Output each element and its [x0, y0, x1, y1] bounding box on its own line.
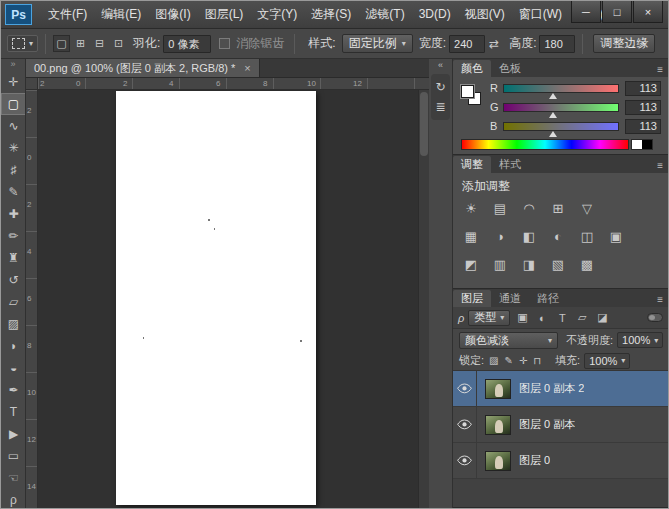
gradient-map-icon[interactable]: ▧: [548, 255, 568, 273]
curves-icon[interactable]: ◠: [519, 199, 539, 217]
lock-transparent-pixels-icon[interactable]: ▨: [489, 355, 498, 366]
layer-row[interactable]: 图层 0 副本: [453, 407, 669, 443]
color-spectrum-ramp[interactable]: [461, 139, 629, 150]
intersect-selection-icon[interactable]: ⊡: [110, 35, 127, 52]
levels-icon[interactable]: ▤: [490, 199, 510, 217]
subtract-selection-icon[interactable]: ⊟: [91, 35, 108, 52]
color-balance-icon[interactable]: ◑: [490, 227, 510, 245]
refine-edge-button[interactable]: 调整边缘: [593, 34, 655, 53]
menu-3d[interactable]: 3D(D): [412, 1, 458, 28]
height-input[interactable]: 180: [539, 35, 575, 53]
threshold-icon[interactable]: ◨: [519, 255, 539, 273]
filter-pixel-layers-icon[interactable]: ▣: [514, 311, 530, 324]
filter-shape-layers-icon[interactable]: ▱: [574, 311, 590, 324]
feather-input[interactable]: 0 像素: [163, 35, 211, 53]
selective-color-icon[interactable]: ▩: [577, 255, 597, 273]
lasso-tool[interactable]: ∿: [1, 115, 26, 137]
opacity-input[interactable]: 100% ▾: [617, 332, 663, 348]
brightness-contrast-icon[interactable]: ☀: [461, 199, 481, 217]
menu-edit[interactable]: 编辑(E): [94, 1, 148, 28]
path-selection-tool[interactable]: ▶: [1, 423, 26, 445]
posterize-icon[interactable]: ▥: [490, 255, 510, 273]
vibrance-icon[interactable]: ▽: [577, 199, 597, 217]
visibility-eye-icon[interactable]: [453, 371, 477, 406]
menu-layer[interactable]: 图层(L): [198, 1, 251, 28]
layer-row[interactable]: 图层 0: [453, 443, 669, 479]
tab-adjustments[interactable]: 调整: [453, 156, 491, 173]
type-tool[interactable]: T: [1, 401, 26, 423]
zoom-tool[interactable]: ρ: [1, 489, 26, 508]
crop-tool[interactable]: ♯: [1, 159, 26, 181]
width-input[interactable]: 240: [449, 35, 485, 53]
move-tool[interactable]: ✛: [1, 71, 26, 93]
close-button[interactable]: ×: [633, 1, 663, 23]
swap-dimensions-icon[interactable]: ⇄: [489, 37, 499, 51]
canvas-page[interactable]: [116, 91, 316, 505]
top-ruler[interactable]: 2 0 2 4 6 8 10 12: [38, 78, 429, 90]
black-white-icon[interactable]: ◧: [519, 227, 539, 245]
dock-expand-icon[interactable]: «: [429, 59, 452, 72]
history-brush-tool[interactable]: ↺: [1, 269, 26, 291]
red-value-input[interactable]: 113: [625, 81, 661, 96]
add-selection-icon[interactable]: ⊞: [72, 35, 89, 52]
color-lookup-icon[interactable]: ▣: [606, 227, 626, 245]
menu-image[interactable]: 图像(I): [148, 1, 197, 28]
black-white-ramp[interactable]: [631, 139, 653, 150]
filter-toggle-switch[interactable]: [647, 313, 663, 322]
visibility-eye-icon[interactable]: [453, 407, 477, 442]
green-slider-thumb[interactable]: [549, 112, 557, 118]
lock-image-pixels-icon[interactable]: ✎: [505, 355, 513, 366]
lock-all-icon[interactable]: ⊓: [533, 355, 541, 366]
layer-thumbnail[interactable]: [485, 451, 511, 471]
blend-mode-select[interactable]: 颜色减淡 ▾: [459, 332, 558, 349]
new-selection-icon[interactable]: ▢: [53, 35, 70, 52]
green-slider-track[interactable]: [503, 103, 619, 112]
minimize-button[interactable]: ─: [571, 1, 601, 23]
layer-thumbnail[interactable]: [485, 415, 511, 435]
left-ruler[interactable]: 2 0 2 4 6 8 10 12 14: [26, 90, 38, 508]
rectangular-marquee-tool[interactable]: ▢: [1, 93, 26, 115]
filter-kind-select[interactable]: 类型 ▾: [468, 310, 510, 326]
clone-stamp-tool[interactable]: ♜: [1, 247, 26, 269]
tab-color[interactable]: 颜色: [453, 60, 491, 77]
canvas-viewport[interactable]: [38, 90, 429, 508]
lock-position-icon[interactable]: ✛: [519, 355, 527, 366]
menu-file[interactable]: 文件(F): [41, 1, 94, 28]
red-slider-track[interactable]: [503, 84, 619, 93]
green-value-input[interactable]: 113: [625, 100, 661, 115]
tab-channels[interactable]: 通道: [491, 290, 529, 307]
tab-paths[interactable]: 路径: [529, 290, 567, 307]
dodge-tool[interactable]: ◒: [1, 357, 26, 379]
layer-row[interactable]: 图层 0 副本 2: [453, 371, 669, 407]
layer-thumbnail[interactable]: [485, 379, 511, 399]
fill-input[interactable]: 100% ▾: [584, 353, 630, 369]
document-tab[interactable]: 00.png @ 100% (图层 0 副本 2, RGB/8) * ×: [26, 59, 260, 77]
eyedropper-tool[interactable]: ✎: [1, 181, 26, 203]
hue-saturation-icon[interactable]: ▦: [461, 227, 481, 245]
invert-icon[interactable]: ◩: [461, 255, 481, 273]
visibility-eye-icon[interactable]: [453, 443, 477, 478]
red-slider-thumb[interactable]: [549, 93, 557, 99]
eraser-tool[interactable]: ▱: [1, 291, 26, 313]
blue-slider-track[interactable]: [503, 122, 619, 131]
rectangle-tool[interactable]: ▭: [1, 445, 26, 467]
properties-panel-icon[interactable]: ≣: [432, 98, 450, 116]
blur-tool[interactable]: ◗: [1, 335, 26, 357]
panel-menu-icon[interactable]: ≡: [650, 294, 669, 307]
tab-close-icon[interactable]: ×: [244, 62, 250, 74]
toolbar-collapse-icon[interactable]: »: [1, 59, 25, 71]
channel-mixer-icon[interactable]: ◫: [577, 227, 597, 245]
panel-menu-icon[interactable]: ≡: [650, 64, 669, 77]
gradient-tool[interactable]: ▨: [1, 313, 26, 335]
blue-value-input[interactable]: 113: [625, 119, 661, 134]
menu-filter[interactable]: 滤镜(T): [358, 1, 411, 28]
brush-tool[interactable]: ✏: [1, 225, 26, 247]
exposure-icon[interactable]: ⊞: [548, 199, 568, 217]
tab-swatches[interactable]: 色板: [491, 60, 529, 77]
antialias-checkbox[interactable]: [219, 38, 230, 49]
filter-type-layers-icon[interactable]: T: [554, 312, 570, 324]
scrollbar-thumb[interactable]: [420, 92, 428, 156]
panel-menu-icon[interactable]: ≡: [650, 160, 669, 173]
style-select[interactable]: 固定比例 ▾: [342, 34, 413, 53]
filter-adjustment-layers-icon[interactable]: ◐: [534, 312, 550, 324]
